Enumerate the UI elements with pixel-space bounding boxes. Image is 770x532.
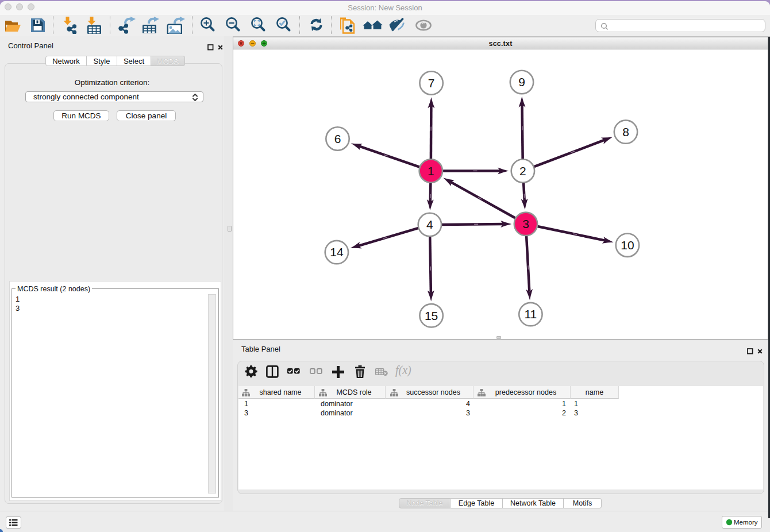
svg-text:3: 3 [522, 217, 529, 230]
svg-text:6: 6 [334, 132, 341, 145]
svg-text:8: 8 [622, 125, 629, 138]
svg-text:Memory: Memory [734, 519, 758, 526]
svg-text:4: 4 [426, 218, 433, 231]
svg-text:14: 14 [330, 245, 344, 259]
svg-text:1: 1 [428, 164, 434, 178]
svg-text:10: 10 [621, 238, 634, 252]
svg-text:2: 2 [519, 164, 526, 178]
svg-text:11: 11 [524, 307, 537, 321]
svg-text:9: 9 [518, 75, 525, 88]
svg-text:15: 15 [425, 309, 438, 322]
svg-text:7: 7 [428, 76, 435, 90]
